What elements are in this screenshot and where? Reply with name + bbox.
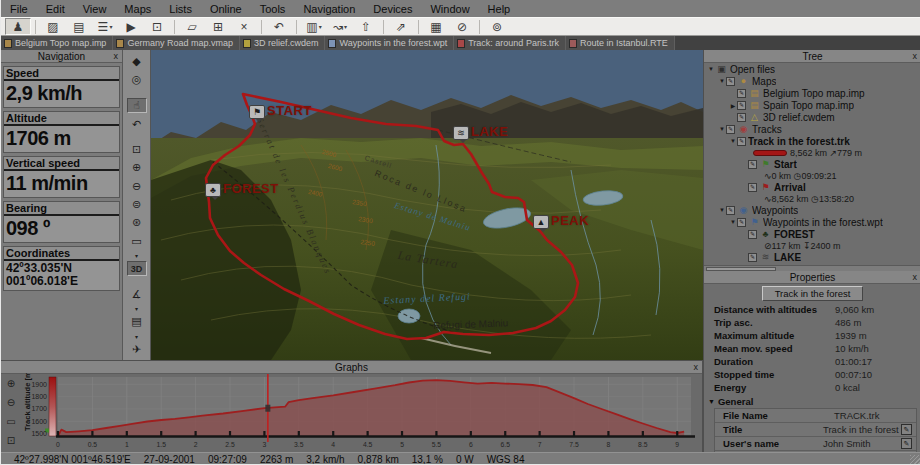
tree-row[interactable]: ▼▣Open files (704, 63, 920, 75)
menu-item-edit[interactable]: Edit (37, 2, 74, 16)
chevron-down-icon[interactable]: ▾ (344, 23, 347, 30)
activity-button[interactable]: ♟ (5, 18, 31, 35)
expander-icon[interactable]: ▼ (718, 78, 726, 84)
file-tab-0[interactable]: Belgium Topo map.imp (1, 36, 113, 50)
image-button[interactable]: ▨ (40, 18, 66, 35)
visibility-checkbox[interactable]: ✎ (737, 101, 746, 110)
menu-item-help[interactable]: Help (479, 2, 520, 16)
graph-zoom-window-tool[interactable]: ⊡ (4, 434, 18, 447)
menu-item-window[interactable]: Window (421, 2, 478, 16)
clean-button[interactable]: ⊘ (449, 18, 475, 35)
graph-zoom-out-tool[interactable]: ⊖ (4, 396, 18, 409)
close-icon[interactable]: x (114, 50, 119, 63)
close-file-button[interactable]: × (231, 18, 257, 35)
menu-item-maps[interactable]: Maps (115, 2, 160, 16)
flight-tool[interactable]: ✈ (127, 342, 147, 357)
track-button[interactable]: ↝▾ (327, 18, 353, 35)
close-icon[interactable]: x (913, 50, 918, 63)
edit-icon[interactable]: ✎ (901, 438, 912, 449)
visibility-checkbox[interactable]: ✎ (737, 137, 746, 146)
play-button[interactable]: ▶ (118, 18, 144, 35)
tree-row[interactable]: ✎♣FOREST (704, 228, 920, 240)
menu-item-online[interactable]: Online (201, 2, 251, 16)
general-section-header[interactable]: ▼ General (704, 394, 920, 408)
expander-icon[interactable]: ▼ (729, 219, 737, 225)
chevron-down-icon[interactable]: ▾ (109, 23, 112, 30)
upload-button[interactable]: ⇧ (353, 18, 379, 35)
measure-caret[interactable]: ▾ (127, 305, 147, 312)
resize-grip[interactable] (910, 455, 920, 465)
menu-item-navigation[interactable]: Navigation (294, 2, 364, 16)
tree-row[interactable]: ✎⚑Arrival (704, 181, 920, 193)
zoom-out-tool[interactable]: ⊖ (127, 178, 147, 193)
send-button[interactable]: ⇗ (388, 18, 414, 35)
expander-icon[interactable]: ▼ (718, 126, 726, 132)
tree-row[interactable]: ▼✎◉Tracks (704, 123, 920, 135)
waypoint-marker-forest[interactable]: ♣ (205, 183, 221, 197)
visibility-checkbox[interactable]: ✎ (737, 89, 746, 98)
visibility-checkbox[interactable]: ✎ (737, 113, 746, 122)
graph-fit-tool[interactable]: ▭ (4, 415, 18, 428)
chevron-down-icon[interactable]: ▾ (319, 23, 322, 30)
fullscreen-button[interactable]: ⊡ (144, 18, 170, 35)
layers-caret[interactable]: ▾ (127, 332, 147, 339)
track-select-button[interactable]: Track in the forest (762, 286, 864, 301)
search-button[interactable]: ⊚ (484, 18, 510, 35)
compass-tool[interactable]: ◆ (127, 54, 147, 69)
close-icon[interactable]: x (913, 271, 918, 284)
visibility-checkbox[interactable]: ✎ (748, 253, 757, 262)
zoom-prev-tool[interactable]: ⊛ (127, 215, 147, 230)
menu-item-devices[interactable]: Devices (364, 2, 421, 16)
zoom-in-tool[interactable]: ⊕ (127, 160, 147, 175)
save-button[interactable]: ⊞ (205, 18, 231, 35)
visibility-checkbox[interactable]: ✎ (726, 206, 735, 215)
file-tab-1[interactable]: Germany Road map.vmap (113, 36, 240, 50)
layers-tool[interactable]: ▤ (127, 314, 147, 329)
tree-row[interactable]: ▼✎◉Waypoints (704, 204, 920, 216)
clipboard-button[interactable]: ▤ (66, 18, 92, 35)
fit-view-caret[interactable]: ▾ (127, 252, 147, 259)
center-tool[interactable]: ◎ (127, 72, 147, 87)
visibility-checkbox[interactable]: ✎ (748, 160, 757, 169)
data-list-button[interactable]: ☰▾ (92, 18, 118, 35)
visibility-checkbox[interactable]: ✎ (748, 230, 757, 239)
visibility-checkbox[interactable]: ✎ (726, 125, 735, 134)
tree-row[interactable]: ✎▤Belgium Topo map.imp (704, 87, 920, 99)
menu-item-tools[interactable]: Tools (251, 2, 295, 16)
graph-zoom-in-tool[interactable]: ⊕ (4, 377, 18, 390)
open-file-button[interactable]: ▱ (179, 18, 205, 35)
expander-icon[interactable]: ▼ (729, 138, 737, 144)
transfer-button[interactable]: ▦ (423, 18, 449, 35)
expander-icon[interactable]: ▼ (718, 207, 726, 213)
file-tab-5[interactable]: Route in Istanbul.RTE (566, 36, 675, 50)
tree-row[interactable]: ▼✎Track in the forest.trk (704, 135, 920, 147)
elevation-profile-chart[interactable]: 15001600170018001900Track altitude [m]00… (21, 373, 701, 453)
visibility-checkbox[interactable]: ✎ (748, 183, 757, 192)
waypoint-marker-peak[interactable]: ▲ (533, 215, 549, 229)
file-tab-2[interactable]: 3D relief.cwdem (240, 36, 326, 50)
track-color-swatch[interactable] (753, 150, 787, 156)
menu-item-view[interactable]: View (74, 2, 116, 16)
fit-view-tool[interactable]: ▭ (127, 233, 147, 248)
menu-item-lists[interactable]: Lists (160, 2, 201, 16)
file-tab-4[interactable]: Track: around Paris.trk (454, 36, 566, 50)
zoom-window-tool[interactable]: ⊡ (127, 142, 147, 157)
menu-item-file[interactable]: File (1, 2, 37, 16)
expander-icon[interactable]: ▼ (707, 66, 715, 72)
tree-row[interactable]: ▼✎●Maps (704, 75, 920, 87)
pan-tool[interactable]: ☝ (127, 98, 147, 114)
visibility-checkbox[interactable]: ✎ (726, 77, 735, 86)
maps-button[interactable]: ▥▾ (301, 18, 327, 35)
zoom-100-tool[interactable]: ⊜ (127, 197, 147, 212)
visibility-checkbox[interactable]: ✎ (737, 218, 746, 227)
tree-row[interactable]: ▶✎▤Spain Topo map.imp (704, 99, 920, 111)
edit-icon[interactable]: ✎ (901, 424, 912, 435)
waypoint-marker-start[interactable]: ⚑ (249, 105, 265, 119)
3d-view-tool[interactable]: 3D (127, 261, 147, 277)
tree-row[interactable]: ✎⚑Start (704, 158, 920, 170)
measure-tool[interactable]: ∡ (127, 287, 147, 302)
undo-button[interactable]: ↶ (266, 18, 292, 35)
map-3d-view[interactable]: Serrat de les Perdius BlanquesCastellRoc… (151, 50, 703, 360)
file-tab-3[interactable]: Waypoints in the forest.wpt (325, 36, 454, 50)
tree-row[interactable]: ▼✎⚑Waypoints in the forest.wpt (704, 216, 920, 228)
